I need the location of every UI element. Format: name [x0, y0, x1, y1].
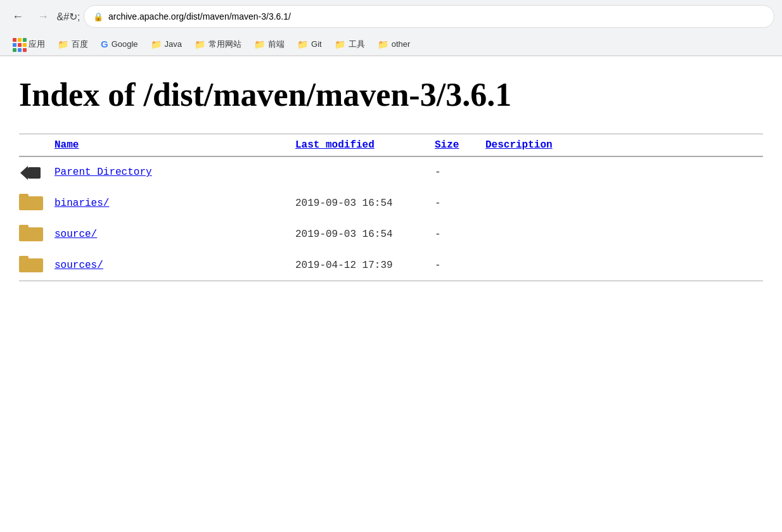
url-display: archive.apache.org/dist/maven/maven-3/3.… — [108, 11, 291, 22]
svg-rect-0 — [28, 167, 41, 179]
directory-table: Name Last modified Size Description — [19, 134, 763, 281]
icon-column-header — [19, 134, 54, 157]
bookmark-changyong-label: 常用网站 — [208, 39, 241, 50]
bookmark-baidu-icon: 📁 — [58, 39, 68, 49]
bookmark-other[interactable]: 📁 other — [373, 37, 416, 51]
file-size-cell: - — [435, 250, 485, 281]
size-column-header: Size — [435, 134, 485, 157]
table-row: sources/2019-04-12 17:39- — [19, 250, 763, 281]
name-column-header: Name — [54, 134, 295, 157]
file-name-cell: source/ — [54, 218, 295, 250]
file-modified-cell — [295, 156, 435, 187]
folder-icon — [19, 253, 42, 272]
browser-chrome: ← → &#↻; 🔒 archive.apache.org/dist/maven… — [0, 0, 782, 56]
bookmark-frontend-icon: 📁 — [254, 39, 265, 49]
modified-sort-link[interactable]: Last modified — [295, 139, 375, 151]
url-base: archive.apache.org — [108, 11, 184, 22]
file-icon-cell — [19, 187, 54, 218]
forward-button[interactable]: → — [33, 6, 53, 27]
reload-button[interactable]: &#↻; — [58, 6, 79, 27]
bookmark-baidu[interactable]: 📁 百度 — [53, 37, 93, 52]
bookmark-google-label: Google — [112, 39, 138, 49]
apps-icon — [13, 38, 25, 51]
bookmark-other-label: other — [392, 39, 411, 49]
bookmark-other-icon: 📁 — [378, 39, 388, 49]
page-content: Index of /dist/maven/maven-3/3.6.1 Name … — [0, 56, 782, 532]
file-modified-cell: 2019-09-03 16:54 — [295, 218, 435, 250]
page-title: Index of /dist/maven/maven-3/3.6.1 — [19, 75, 763, 115]
svg-marker-1 — [20, 166, 28, 180]
file-desc-cell — [485, 156, 763, 187]
file-icon-cell — [19, 156, 54, 187]
file-link[interactable]: sources/ — [54, 260, 103, 271]
bookmark-java-icon: 📁 — [151, 39, 162, 49]
svg-rect-5 — [19, 225, 29, 230]
bookmark-git-label: Git — [311, 39, 322, 49]
file-size-cell: - — [435, 156, 485, 187]
file-modified-cell: 2019-09-03 16:54 — [295, 187, 435, 218]
table-row: Parent Directory- — [19, 156, 763, 187]
address-bar[interactable]: 🔒 archive.apache.org/dist/maven/maven-3/… — [84, 5, 774, 28]
file-name-cell: Parent Directory — [54, 156, 295, 187]
file-modified-cell: 2019-04-12 17:39 — [295, 250, 435, 281]
bookmark-apps-label: 应用 — [29, 39, 45, 50]
file-name-cell: binaries/ — [54, 187, 295, 218]
bookmark-tools[interactable]: 📁 工具 — [330, 37, 370, 52]
table-header-row: Name Last modified Size Description — [19, 134, 763, 157]
file-size-cell: - — [435, 218, 485, 250]
file-link[interactable]: Parent Directory — [54, 167, 152, 178]
bookmarks-bar: 应用 📁 百度 G Google 📁 Java 📁 常用网站 📁 前端 📁 Gi… — [0, 33, 782, 56]
bookmark-google-icon: G — [101, 39, 108, 49]
folder-icon — [19, 191, 42, 210]
browser-toolbar: ← → &#↻; 🔒 archive.apache.org/dist/maven… — [0, 0, 782, 33]
bookmark-changyong-icon: 📁 — [195, 39, 205, 49]
bookmark-java[interactable]: 📁 Java — [146, 37, 187, 51]
bookmark-tools-icon: 📁 — [335, 39, 345, 49]
desc-sort-link[interactable]: Description — [485, 139, 553, 151]
file-link[interactable]: binaries/ — [54, 198, 109, 209]
table-row: binaries/2019-09-03 16:54- — [19, 187, 763, 218]
file-desc-cell — [485, 187, 763, 218]
modified-column-header: Last modified — [295, 134, 435, 157]
file-icon-cell — [19, 218, 54, 250]
file-size-cell: - — [435, 187, 485, 218]
bookmark-git-icon: 📁 — [297, 39, 308, 49]
svg-rect-3 — [19, 194, 29, 199]
size-sort-link[interactable]: Size — [435, 139, 459, 151]
bookmark-baidu-label: 百度 — [72, 39, 88, 50]
bookmark-tools-label: 工具 — [349, 39, 365, 50]
svg-rect-7 — [19, 256, 29, 261]
bookmark-git[interactable]: 📁 Git — [292, 37, 327, 51]
url-path: /dist/maven/maven-3/3.6.1/ — [184, 11, 291, 22]
file-desc-cell — [485, 250, 763, 281]
desc-column-header: Description — [485, 134, 763, 157]
bookmark-google[interactable]: G Google — [96, 37, 143, 51]
name-sort-link[interactable]: Name — [54, 139, 79, 151]
back-button[interactable]: ← — [8, 6, 28, 27]
bookmark-apps[interactable]: 应用 — [8, 36, 50, 53]
table-row: source/2019-09-03 16:54- — [19, 218, 763, 250]
file-icon-cell — [19, 250, 54, 281]
bookmark-java-label: Java — [165, 39, 182, 49]
bookmark-changyong[interactable]: 📁 常用网站 — [189, 37, 247, 52]
bookmark-frontend-label: 前端 — [268, 39, 285, 50]
file-desc-cell — [485, 218, 763, 250]
parent-dir-icon — [19, 161, 42, 184]
bookmark-frontend[interactable]: 📁 前端 — [249, 37, 290, 52]
file-link[interactable]: source/ — [54, 229, 97, 240]
folder-icon — [19, 222, 42, 241]
lock-icon: 🔒 — [93, 12, 103, 22]
file-name-cell: sources/ — [54, 250, 295, 281]
